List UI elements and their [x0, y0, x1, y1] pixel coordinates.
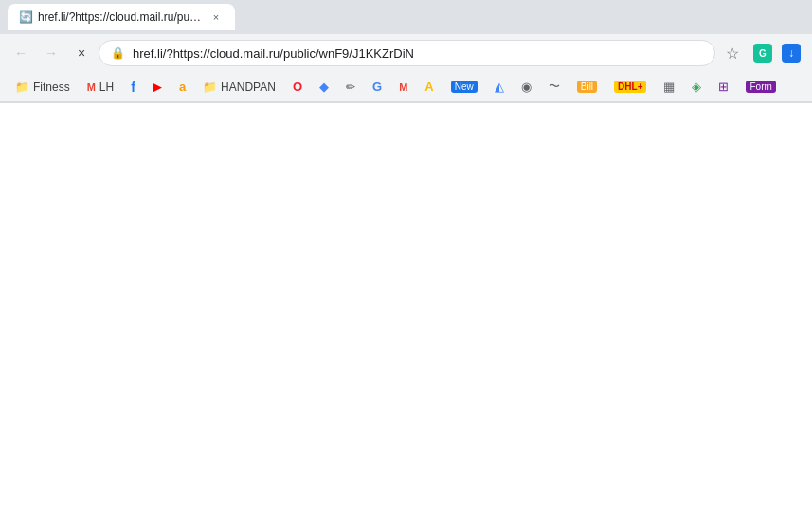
bookmark-red-m[interactable]: M: [391, 76, 415, 99]
drive-icon: ◭: [495, 80, 504, 94]
bookmark-grid1[interactable]: ▦: [656, 76, 682, 99]
bookmark-facebook[interactable]: f: [123, 76, 143, 99]
facebook-icon: f: [131, 80, 135, 95]
bookmark-new[interactable]: New: [443, 76, 485, 99]
security-icon: 🔒: [111, 46, 125, 60]
address-bar[interactable]: 🔒 href.li/?https://cloud.mail.ru/public/…: [99, 40, 715, 66]
grammarly-extension-button[interactable]: G: [749, 40, 776, 66]
opera-icon: O: [293, 80, 302, 94]
grammarly-icon: G: [753, 44, 772, 63]
dhl-badge: DHL+: [614, 81, 646, 93]
bookmark-lh-label: LH: [99, 81, 114, 94]
download-icon: ↓: [782, 44, 801, 63]
bill-badge: Bill: [577, 81, 597, 93]
gmail-icon: M: [87, 81, 96, 93]
bookmark-star-button[interactable]: ☆: [719, 40, 746, 66]
back-button[interactable]: ←: [8, 40, 34, 66]
bookmark-handpan[interactable]: 📁 HANDPAN: [195, 76, 283, 99]
bookmark-youtube[interactable]: ▶: [145, 76, 170, 99]
active-tab[interactable]: 🔄 href.li/?https://cloud.mail.ru/public/…: [8, 4, 235, 30]
bookmark-amazon[interactable]: a: [171, 76, 193, 99]
bookmark-opera[interactable]: O: [285, 76, 310, 99]
bookmark-leaf[interactable]: ◈: [684, 76, 709, 99]
bookmark-circle[interactable]: ◉: [514, 76, 539, 99]
page-content: [0, 103, 812, 521]
ads-icon: A: [424, 80, 433, 94]
bookmark-blue-ext[interactable]: ◆: [312, 76, 336, 99]
download-extension-button[interactable]: ↓: [778, 40, 804, 66]
circle-icon: ◉: [521, 80, 532, 94]
google-icon: G: [372, 80, 382, 94]
bookmark-fitness[interactable]: 📁 Fitness: [8, 76, 78, 99]
tab-favicon: 🔄: [19, 10, 32, 24]
tab-bar: 🔄 href.li/?https://cloud.mail.ru/public/…: [0, 0, 812, 34]
bookmarks-bar: 📁 Fitness M LH f ▶ a 📁 HANDPAN O ◆ ✏: [0, 72, 812, 102]
blue-extension-icon: ◆: [319, 80, 329, 94]
new-badge: New: [451, 81, 478, 93]
bookmark-fitness-label: Fitness: [33, 81, 70, 94]
bookmark-google[interactable]: G: [365, 76, 389, 99]
bookmark-form[interactable]: Form: [738, 76, 783, 99]
tab-close-button[interactable]: ×: [208, 9, 224, 25]
bookmark-ads[interactable]: A: [417, 76, 441, 99]
grid2-icon: ⊞: [718, 80, 729, 94]
pen-icon: ✏: [346, 81, 355, 94]
bookmark-pen[interactable]: ✏: [338, 76, 363, 99]
reload-button[interactable]: ×: [68, 40, 95, 66]
leaf-icon: ◈: [692, 80, 701, 94]
red-m-icon: M: [399, 81, 407, 93]
folder-icon: 📁: [15, 81, 29, 94]
extension-icons: G ↓: [749, 40, 804, 66]
bookmark-drive[interactable]: ◭: [487, 76, 512, 99]
bookmark-bill[interactable]: Bill: [569, 76, 604, 99]
bookmark-dhl[interactable]: DHL+: [606, 76, 654, 99]
browser-chrome: 🔄 href.li/?https://cloud.mail.ru/public/…: [0, 0, 812, 103]
bookmark-handpan-label: HANDPAN: [221, 81, 276, 94]
youtube-icon: ▶: [153, 80, 162, 94]
form-badge: Form: [746, 81, 775, 93]
amazon-icon: a: [179, 80, 186, 94]
tab-title: href.li/?https://cloud.mail.ru/public/wn…: [38, 10, 203, 24]
nav-bar: ← → × 🔒 href.li/?https://cloud.mail.ru/p…: [0, 34, 812, 72]
address-text: href.li/?https://cloud.mail.ru/public/wn…: [133, 46, 703, 61]
forward-button[interactable]: →: [38, 40, 64, 66]
bookmark-lh[interactable]: M LH: [80, 76, 122, 99]
bookmark-wave[interactable]: 〜: [541, 76, 568, 99]
wave-icon: 〜: [549, 79, 560, 95]
folder-icon-handpan: 📁: [203, 81, 217, 94]
bookmark-grid2[interactable]: ⊞: [711, 76, 736, 99]
grid1-icon: ▦: [663, 80, 675, 94]
